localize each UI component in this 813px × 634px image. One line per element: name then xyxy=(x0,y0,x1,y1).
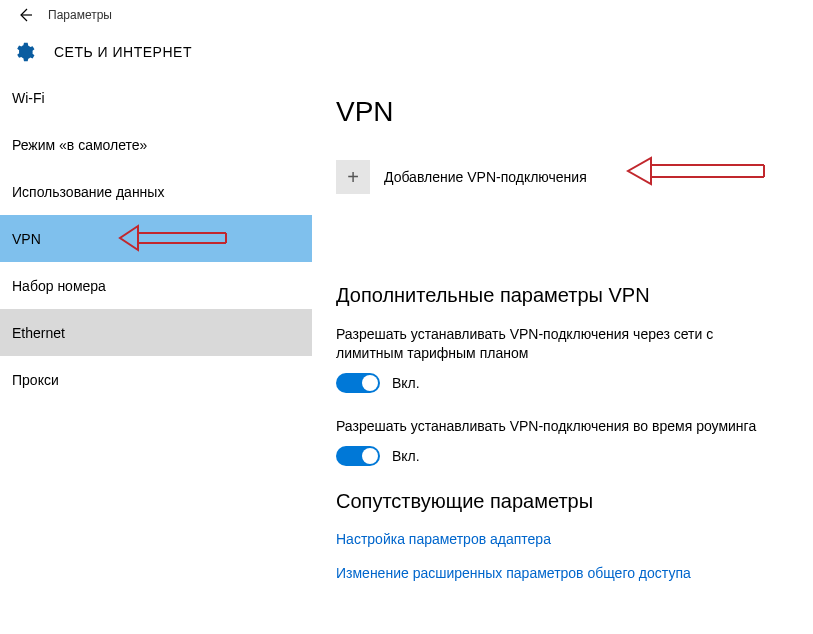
setting-metered-text: Разрешать устанавливать VPN-подключения … xyxy=(336,325,766,363)
sidebar: Wi-Fi Режим «в самолете» Использование д… xyxy=(0,74,312,634)
add-vpn-button[interactable]: + Добавление VPN-подключения xyxy=(336,160,789,194)
toggle-metered-label: Вкл. xyxy=(392,375,420,391)
content-pane: VPN + Добавление VPN-подключения Дополни… xyxy=(312,74,813,634)
sidebar-item-dialup[interactable]: Набор номера xyxy=(0,262,312,309)
header-section-title: СЕТЬ И ИНТЕРНЕТ xyxy=(54,44,192,60)
sidebar-item-label: Wi-Fi xyxy=(12,90,45,106)
sidebar-item-data-usage[interactable]: Использование данных xyxy=(0,168,312,215)
sidebar-item-airplane[interactable]: Режим «в самолете» xyxy=(0,121,312,168)
link-adapter-settings[interactable]: Настройка параметров адаптера xyxy=(336,531,789,547)
related-heading: Сопутствующие параметры xyxy=(336,490,789,513)
sidebar-item-label: Набор номера xyxy=(12,278,106,294)
window-title: Параметры xyxy=(48,8,112,22)
toggle-roaming-label: Вкл. xyxy=(392,448,420,464)
sidebar-item-ethernet[interactable]: Ethernet xyxy=(0,309,312,356)
advanced-heading: Дополнительные параметры VPN xyxy=(336,284,789,307)
svg-marker-8 xyxy=(628,158,651,184)
sidebar-item-wifi[interactable]: Wi-Fi xyxy=(0,74,312,121)
back-button[interactable] xyxy=(10,0,40,30)
sidebar-item-label: Ethernet xyxy=(12,325,65,341)
sidebar-item-label: VPN xyxy=(12,231,41,247)
svg-marker-4 xyxy=(120,226,138,250)
toggle-roaming[interactable] xyxy=(336,446,380,466)
sidebar-item-proxy[interactable]: Прокси xyxy=(0,356,312,403)
gear-icon xyxy=(12,40,36,64)
page-title: VPN xyxy=(336,96,789,128)
annotation-arrow-icon xyxy=(626,156,766,186)
sidebar-item-label: Прокси xyxy=(12,372,59,388)
sidebar-item-label: Режим «в самолете» xyxy=(12,137,147,153)
annotation-arrow-icon xyxy=(118,223,228,253)
setting-roaming-text: Разрешать устанавливать VPN-подключения … xyxy=(336,417,766,436)
sidebar-item-vpn[interactable]: VPN xyxy=(0,215,312,262)
plus-icon: + xyxy=(336,160,370,194)
toggle-metered[interactable] xyxy=(336,373,380,393)
link-sharing-settings[interactable]: Изменение расширенных параметров общего … xyxy=(336,565,789,581)
add-vpn-label: Добавление VPN-подключения xyxy=(384,169,587,185)
sidebar-item-label: Использование данных xyxy=(12,184,164,200)
